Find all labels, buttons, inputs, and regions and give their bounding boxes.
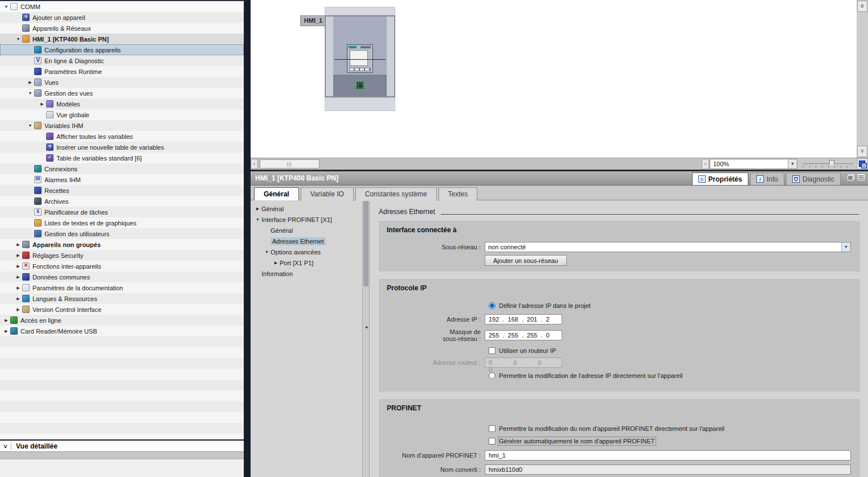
tree-item[interactable]: Ajouter un appareil <box>0 12 244 23</box>
set-ip-in-project-radio[interactable] <box>489 302 496 309</box>
expand-arrow-icon[interactable]: ▶ <box>272 261 280 265</box>
expand-arrow-icon[interactable]: ▶ <box>2 318 10 323</box>
tree-item[interactable]: ▼ HMI_1 [KTP400 Basic PN] <box>0 34 244 44</box>
tree-item[interactable]: ▶ Données communes <box>0 272 244 282</box>
runtime-settings-icon <box>34 68 42 75</box>
tree-item[interactable]: ▶ Langues & Ressources <box>0 293 244 304</box>
tree-item[interactable]: En ligne & Diagnostic <box>0 55 244 66</box>
vertical-scrollbar[interactable]: ≡ ˅ <box>857 0 868 158</box>
subnet-mask-field[interactable]: 255 . 255 . 255 . 0 <box>485 330 562 340</box>
tree-item[interactable]: Gestion des utilisateurs <box>0 228 244 239</box>
tree-item[interactable]: Insérer une nouvelle table de variables <box>0 142 244 153</box>
expand-arrow-icon[interactable]: ▼ <box>26 124 34 128</box>
expand-arrow-icon[interactable]: ▶ <box>14 264 22 269</box>
tree-item[interactable]: ▶ Paramètres de la documentation <box>0 282 244 293</box>
inspector-nav-item[interactable]: Général <box>251 225 362 236</box>
float-window-icon[interactable] <box>847 174 854 180</box>
profinet-device-name-field[interactable]: hmi_1 <box>485 450 851 460</box>
inspector-nav-item[interactable]: Information <box>251 268 362 279</box>
tree-item[interactable]: ▶ Vues <box>0 77 244 88</box>
expand-arrow-icon[interactable]: ▼ <box>26 91 34 95</box>
detail-view-panel: ˅ Vue détaillée <box>0 439 244 477</box>
scroll-down-button[interactable]: ˅ <box>857 146 867 157</box>
pane-splitter[interactable] <box>244 0 251 477</box>
tree-item[interactable]: ▶ Card Reader/Mémoire USB <box>0 326 244 336</box>
expand-arrow-icon[interactable]: ▶ <box>14 275 22 279</box>
chevron-down-icon[interactable]: ▼ <box>841 242 850 252</box>
tab-diagnostic[interactable]: ℧Diagnostic <box>786 172 841 185</box>
expand-arrow-icon[interactable]: ▶ <box>14 242 22 247</box>
subnet-select[interactable]: non connecté ▼ <box>485 242 851 252</box>
inspector-nav-item[interactable]: ▼ Options avancées <box>251 246 362 257</box>
tree-item[interactable]: Vue globale <box>0 109 244 120</box>
tree-item[interactable]: Alarmes IHM <box>0 174 244 185</box>
tab-g-n-ral[interactable]: Général <box>254 187 299 200</box>
horizontal-scrollbar[interactable] <box>259 159 701 169</box>
tree-item[interactable]: ▼ Gestion des vues <box>0 88 244 98</box>
expand-arrow-icon[interactable]: ▶ <box>14 307 22 312</box>
ip-address-field[interactable]: 192 . 168 . 201 . 2 <box>485 314 562 324</box>
allow-profinet-name-change-checkbox[interactable] <box>489 425 496 432</box>
tree-item[interactable]: Listes de textes et de graphiques <box>0 217 244 228</box>
tree-item[interactable]: ▶ Appareils non groupés <box>0 239 244 250</box>
inspector-nav-item[interactable]: ▶ Port [X1 P1] <box>251 257 362 268</box>
tree-item[interactable]: Table de variables standard [6] <box>0 153 244 163</box>
expand-arrow-icon[interactable]: ▼ <box>263 250 271 254</box>
fit-to-view-button[interactable] <box>857 158 868 170</box>
auto-generate-profinet-name-checkbox[interactable] <box>489 438 496 445</box>
scrollbar-menu-button[interactable]: ≡ <box>857 1 867 12</box>
tree-item[interactable]: ▼ Variables IHM <box>0 120 244 131</box>
tree-item[interactable]: ▶ Accès en ligne <box>0 315 244 326</box>
tree-item[interactable]: Afficher toutes les variables <box>0 131 244 142</box>
scrollbar-thumb[interactable] <box>363 201 369 286</box>
detail-view-header[interactable]: ˅ Vue détaillée <box>0 439 244 452</box>
tab-propri-t-s[interactable]: ≡Propriétés <box>692 172 748 185</box>
tree-item[interactable]: Planificateur de tâches <box>0 207 244 217</box>
expand-arrow-icon[interactable]: ▶ <box>14 253 22 258</box>
tree-item[interactable]: Appareils & Réseaux <box>0 23 244 34</box>
device-canvas[interactable]: HMI_1 ≡ ˅ <box>251 0 868 158</box>
chevron-down-icon[interactable]: ▼ <box>788 159 797 168</box>
tab-constantes-syst-me[interactable]: Constantes système <box>355 187 437 200</box>
tree-item[interactable]: ▶ Fonctions inter-appareils <box>0 261 244 272</box>
inspector-nav-item[interactable]: ▶ Général <box>251 203 362 214</box>
scroll-left-button[interactable]: ‹ <box>251 159 258 169</box>
tab-info[interactable]: iInfo <box>750 172 784 185</box>
expand-arrow-icon[interactable]: ▶ <box>14 286 22 290</box>
tab-textes[interactable]: Textes <box>439 187 478 200</box>
tree-item[interactable]: Archives <box>0 196 244 207</box>
tree-item[interactable]: Connexions <box>0 163 244 174</box>
inspector-nav-scrollbar[interactable]: ◄ <box>362 201 370 477</box>
collapse-panel-icon[interactable] <box>858 174 865 180</box>
set-ip-on-device-radio[interactable] <box>489 372 496 379</box>
expand-arrow-icon[interactable]: ▼ <box>14 37 22 41</box>
device-name-tag[interactable]: HMI_1 <box>300 15 326 26</box>
device-graphic[interactable] <box>325 15 395 97</box>
use-ip-router-checkbox[interactable] <box>489 347 496 354</box>
zoom-level-select[interactable]: 100% ▼ <box>710 159 797 169</box>
expand-arrow-icon[interactable]: ▶ <box>38 102 46 106</box>
expand-arrow-icon[interactable]: ▼ <box>2 5 10 9</box>
expand-arrow-icon[interactable]: ▶ <box>26 80 34 85</box>
tree-item[interactable]: Recettes <box>0 185 244 196</box>
tree-item[interactable]: ▶ Modèles <box>0 98 244 109</box>
chevron-down-icon[interactable]: ˅ <box>0 443 11 450</box>
inspector-nav-item[interactable]: ▼ Interface PROFINET [X1] <box>251 214 362 225</box>
collapse-arrow-icon[interactable]: ◄ <box>363 325 369 329</box>
tree-item[interactable]: Paramètres Runtime <box>0 66 244 77</box>
add-subnet-button[interactable]: Ajouter un sous-réseau <box>485 255 567 266</box>
tree-item[interactable]: Configuration des appareils <box>0 44 244 55</box>
ethernet-port-icon[interactable] <box>355 81 365 90</box>
expand-arrow-icon[interactable]: ▶ <box>14 297 22 301</box>
expand-arrow-icon[interactable]: ▶ <box>2 329 10 334</box>
scrollbar-thumb[interactable] <box>260 159 320 168</box>
tab-variable-io[interactable]: Variable IO <box>301 187 354 200</box>
tree-item[interactable]: ▶ Version Control Interface <box>0 304 244 315</box>
inspector-nav-item[interactable]: Adresses Ethernet <box>251 236 362 246</box>
scroll-right-button[interactable]: › <box>702 159 709 169</box>
tree-item[interactable]: ▼ COMM <box>0 1 244 12</box>
tree-item[interactable]: ▶ Réglages Security <box>0 250 244 261</box>
expand-arrow-icon[interactable]: ▶ <box>254 207 261 211</box>
expand-arrow-icon[interactable]: ▼ <box>254 217 261 221</box>
zoom-slider[interactable] <box>802 159 854 169</box>
